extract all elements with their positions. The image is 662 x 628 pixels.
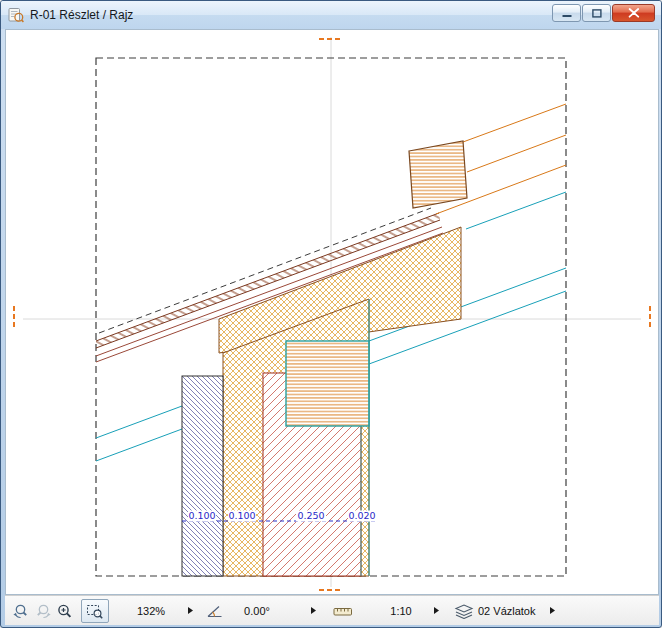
zoom-level-value: 132% <box>119 605 183 617</box>
rotation-value: 0.00° <box>228 605 286 617</box>
layer-popup[interactable]: 02 Vázlatok <box>454 599 556 623</box>
zoom-previous-icon <box>12 603 30 619</box>
flyout-arrow-icon <box>310 606 317 615</box>
scale-popup[interactable]: 1:10 <box>333 599 440 623</box>
dimension-label: 0.100 <box>188 510 215 521</box>
drawing-canvas[interactable]: 0.100 0.100 0.250 0.020 <box>5 29 659 595</box>
window-controls <box>552 4 655 22</box>
scale-value: 1:10 <box>383 605 419 617</box>
timber-block <box>286 341 369 426</box>
angle-icon <box>206 603 224 619</box>
pilaster-section <box>182 376 223 576</box>
maximize-icon <box>592 9 602 18</box>
zoom-in-icon <box>56 603 74 619</box>
minimize-button[interactable] <box>552 4 581 22</box>
purlin-section <box>409 141 467 208</box>
layers-icon <box>454 603 474 619</box>
titlebar[interactable]: R-01 Részlet / Rajz <box>1 1 661 29</box>
rotation-popup[interactable]: 0.00° <box>206 599 317 623</box>
detail-drawing-icon <box>8 7 24 23</box>
detail-drawing: 0.100 0.100 0.250 0.020 <box>5 29 659 595</box>
layer-value: 02 Vázlatok <box>478 605 535 617</box>
window-title: R-01 Részlet / Rajz <box>30 8 552 22</box>
dimension-label: 0.020 <box>348 510 375 521</box>
scale-icon <box>333 603 353 619</box>
zoom-previous-button[interactable] <box>10 599 32 623</box>
zoom-in-button[interactable] <box>54 599 76 623</box>
flyout-arrow-icon <box>433 606 440 615</box>
close-button[interactable] <box>612 4 655 22</box>
close-icon <box>628 8 640 18</box>
dimension-label: 0.100 <box>228 510 255 521</box>
flyout-arrow-icon <box>549 606 556 615</box>
fit-view-icon <box>86 603 104 619</box>
flyout-arrow-icon <box>187 606 194 615</box>
minimize-icon <box>562 9 572 18</box>
fit-view-button[interactable] <box>81 599 109 623</box>
zoom-next-icon <box>34 603 52 619</box>
archicad-detail-window: R-01 Részlet / Rajz <box>0 0 662 628</box>
statusbar: 132% 0.00° <box>5 595 659 625</box>
zoom-next-button[interactable] <box>32 599 54 623</box>
dimension-label: 0.250 <box>297 510 324 521</box>
zoom-level-popup[interactable]: 132% <box>119 599 194 623</box>
maximize-button[interactable] <box>582 4 611 22</box>
